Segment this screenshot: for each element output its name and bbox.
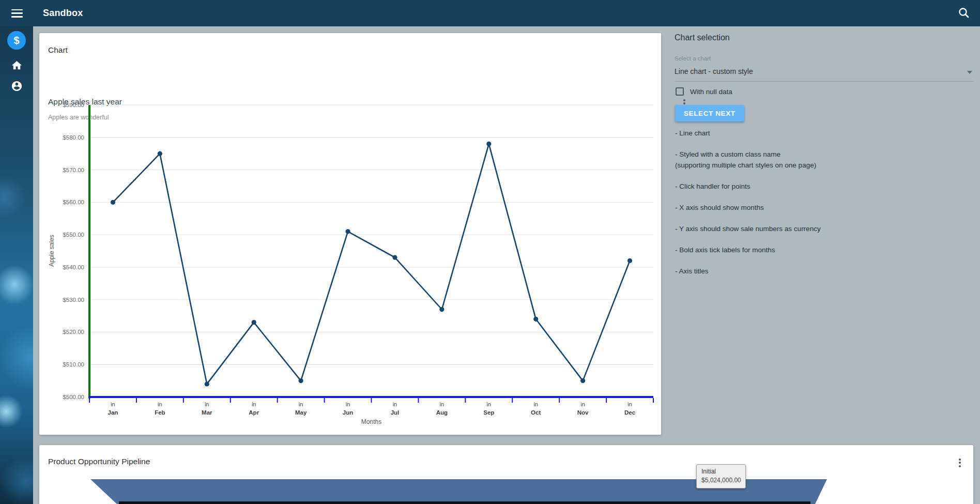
select-chart-label: Select a chart xyxy=(675,55,711,62)
app-title: Sandbox xyxy=(43,8,83,19)
sidebar-item-home[interactable] xyxy=(0,55,33,75)
data-point[interactable] xyxy=(205,381,209,386)
null-data-label: With null data xyxy=(690,88,732,96)
note-item: - X axis should show months xyxy=(675,202,892,213)
data-point[interactable] xyxy=(299,378,303,383)
data-point[interactable] xyxy=(627,258,632,263)
x-tick-label: May xyxy=(295,409,307,416)
x-tick-label: Nov xyxy=(577,409,589,416)
x-tick-prefix: in xyxy=(393,401,397,407)
data-point[interactable] xyxy=(345,229,350,234)
note-item: - Bold axis tick labels for months xyxy=(675,245,892,255)
data-point[interactable] xyxy=(158,151,162,156)
sidebar: $ xyxy=(0,26,33,504)
x-tick-prefix: in xyxy=(440,401,445,407)
select-next-button[interactable]: SELECT NEXT xyxy=(675,105,744,121)
funnel-segment-next xyxy=(119,501,810,504)
x-tick-prefix: in xyxy=(627,401,632,407)
series-line xyxy=(113,144,630,384)
y-tick-label: $530.00 xyxy=(63,297,84,303)
sidebar-item-account[interactable] xyxy=(0,75,33,96)
null-data-checkbox-row[interactable]: With null data xyxy=(676,87,732,96)
data-point[interactable] xyxy=(392,255,397,259)
note-item: - Y axis should show sale numbers as cur… xyxy=(675,223,892,234)
x-tick-prefix: in xyxy=(580,401,585,407)
x-tick-prefix: in xyxy=(346,401,350,407)
x-tick-label: Jun xyxy=(343,409,353,416)
y-axis-title: Apple sales xyxy=(48,235,55,267)
note-item: - Styled with a custom class name (suppo… xyxy=(675,149,892,171)
y-tick-label: $580.00 xyxy=(63,134,84,141)
funnel-tooltip: Initial $5,024,000.00 xyxy=(696,464,746,488)
null-data-checkbox[interactable] xyxy=(676,87,684,96)
chart-selection-panel: Chart selection Select a chart Line char… xyxy=(675,26,980,504)
data-point[interactable] xyxy=(533,317,538,322)
tooltip-label: Initial xyxy=(701,468,741,475)
top-app-bar: Sandbox xyxy=(0,0,980,26)
funnel-chart xyxy=(39,445,973,504)
x-tick-label: Aug xyxy=(436,409,448,416)
x-tick-label: Sep xyxy=(483,409,494,416)
line-chart: $590.00$580.00$570.00$560.00$550.00$540.… xyxy=(39,33,661,435)
dropdown-underline xyxy=(675,81,974,82)
y-tick-label: $520.00 xyxy=(63,329,84,335)
y-tick-label: $540.00 xyxy=(63,264,84,270)
x-tick-prefix: in xyxy=(252,401,256,407)
menu-icon[interactable] xyxy=(11,9,23,18)
y-tick-label: $510.00 xyxy=(63,361,84,368)
sidebar-item-sales[interactable]: $ xyxy=(0,30,33,51)
search-icon[interactable] xyxy=(956,5,972,21)
note-item: - Line chart xyxy=(675,128,892,139)
chart-select-dropdown[interactable]: Line chart - custom style xyxy=(675,67,974,75)
panel-heading: Chart selection xyxy=(675,33,730,42)
x-tick-label: Dec xyxy=(624,409,636,416)
note-item: - Click handler for points xyxy=(675,181,892,192)
x-tick-label: Jan xyxy=(108,409,118,416)
data-point[interactable] xyxy=(111,200,115,205)
chart-card: Chart Apple sales last year Apples are w… xyxy=(39,33,661,435)
account-icon xyxy=(11,80,23,92)
dollar-icon: $ xyxy=(7,31,26,50)
x-tick-prefix: in xyxy=(487,401,492,407)
x-axis-title: Months xyxy=(361,418,381,425)
x-tick-label: Jul xyxy=(391,409,400,416)
x-tick-label: Apr xyxy=(249,409,259,416)
y-tick-label: $590.00 xyxy=(63,102,84,108)
x-tick-prefix: in xyxy=(205,401,209,407)
x-tick-prefix: in xyxy=(111,401,115,407)
home-icon xyxy=(11,59,23,71)
y-tick-label: $500.00 xyxy=(63,394,84,400)
data-point[interactable] xyxy=(439,307,444,312)
x-tick-prefix: in xyxy=(533,401,538,407)
x-tick-label: Mar xyxy=(202,409,212,416)
data-point[interactable] xyxy=(580,378,585,383)
y-tick-label: $550.00 xyxy=(63,232,84,238)
note-item: - Axis titles xyxy=(675,266,892,277)
x-tick-label: Feb xyxy=(155,409,165,416)
pipeline-card: Product Opportunity Pipeline xyxy=(39,445,973,504)
y-tick-label: $560.00 xyxy=(63,199,84,205)
x-tick-label: Oct xyxy=(531,409,541,416)
y-tick-label: $570.00 xyxy=(63,167,84,173)
chart-notes: - Line chart- Styled with a custom class… xyxy=(675,128,892,287)
tooltip-value: $5,024,000.00 xyxy=(701,477,741,484)
data-point[interactable] xyxy=(252,320,256,325)
chevron-down-icon[interactable] xyxy=(967,71,972,74)
x-tick-prefix: in xyxy=(158,401,162,407)
x-tick-prefix: in xyxy=(299,401,303,407)
data-point[interactable] xyxy=(486,142,491,146)
